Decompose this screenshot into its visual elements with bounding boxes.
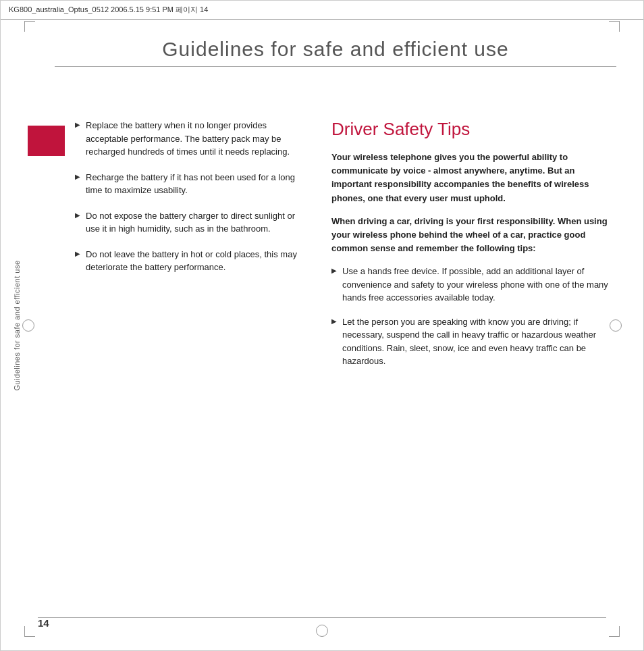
corner-mark-top-right [609,21,620,32]
page-title: Guidelines for safe and efficient use [55,38,616,67]
header-bar: KG800_australia_Optus_0512 2006.5.15 9:5… [1,1,643,20]
bullet-text: Recharge the battery if it has not been … [86,171,304,197]
red-accent-block [28,126,65,156]
circle-mark-left [22,319,34,332]
bullet-arrow-icon: ▶ [75,249,80,274]
corner-mark-bottom-right [609,626,620,637]
list-item: ▶ Recharge the battery if it has not bee… [75,171,304,197]
sidebar-label: Guidelines for safe and efficient use [10,136,24,515]
bullet-arrow-icon: ▶ [331,316,337,368]
bottom-separator [38,617,606,618]
list-item: ▶ Do not leave the battery in hot or col… [75,248,304,274]
page-number: 14 [38,617,49,629]
list-item: ▶ Let the person you are speaking with k… [331,315,616,368]
list-item: ▶ Replace the battery when it no longer … [75,119,304,159]
list-item: ▶ Do not expose the battery charger to d… [75,209,304,236]
circle-mark-bottom [316,625,328,637]
corner-mark-top-left [24,21,35,32]
driver-safety-title: Driver Safety Tips [331,119,616,140]
bullet-text: Do not expose the battery charger to dir… [86,209,304,236]
bullet-arrow-icon: ▶ [75,210,80,236]
bullet-text: Replace the battery when it no longer pr… [86,119,304,159]
bullet-arrow-icon: ▶ [75,120,80,159]
corner-mark-bottom-left [24,626,35,637]
right-column: Driver Safety Tips Your wireless telepho… [331,119,616,379]
page-container: KG800_australia_Optus_0512 2006.5.15 9:5… [0,0,644,651]
header-text: KG800_australia_Optus_0512 2006.5.15 9:5… [9,5,208,15]
list-item: ▶ Use a hands free device. If possible, … [331,265,616,305]
bullet-arrow-icon: ▶ [331,265,337,305]
bullet-text: Do not leave the battery in hot or cold … [86,248,304,274]
bullet-text: Use a hands free device. If possible, ad… [342,265,616,305]
left-column: ▶ Replace the battery when it no longer … [75,119,304,286]
driver-intro-text: Your wireless telephone gives you the po… [331,151,616,205]
driver-driving-text: When driving a car, driving is your firs… [331,215,616,255]
bullet-arrow-icon: ▶ [75,172,80,197]
bullet-text: Let the person you are speaking with kno… [342,315,616,368]
